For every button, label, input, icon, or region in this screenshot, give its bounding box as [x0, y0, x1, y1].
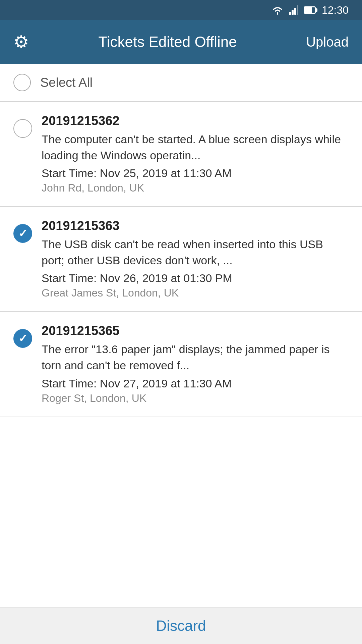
- ticket-id-3: 20191215365: [42, 324, 349, 338]
- select-all-row[interactable]: Select All: [0, 64, 362, 102]
- ticket-start-time-2: Start Time: Nov 26, 2019 at 01:30 PM: [42, 272, 349, 285]
- list-item[interactable]: 20191215363 The USB disk can't be read w…: [0, 207, 362, 312]
- ticket-checkbox-1[interactable]: [13, 119, 32, 138]
- status-time: 12:30: [322, 4, 349, 16]
- status-bar: 12:30: [0, 0, 362, 20]
- app-header: ⚙ Tickets Edited Offline Upload: [0, 20, 362, 64]
- signal-icon: [289, 5, 298, 15]
- svg-rect-1: [292, 10, 294, 15]
- ticket-start-time-1: Start Time: Nov 25, 2019 at 11:30 AM: [42, 167, 349, 180]
- upload-button[interactable]: Upload: [306, 35, 349, 50]
- ticket-id-2: 20191215363: [42, 219, 349, 233]
- ticket-description-1: The computer can't be started. A blue sc…: [42, 131, 349, 163]
- ticket-description-2: The USB disk can't be read when inserted…: [42, 236, 349, 268]
- status-icons: [272, 5, 316, 15]
- ticket-location-1: John Rd, London, UK: [42, 182, 349, 194]
- svg-rect-3: [297, 5, 298, 15]
- ticket-list: 20191215362 The computer can't be starte…: [0, 102, 362, 607]
- ticket-info-3: 20191215365 The error "13.6 paper jam" d…: [42, 324, 349, 404]
- ticket-id-1: 20191215362: [42, 114, 349, 128]
- bottom-bar: Discard: [0, 607, 362, 644]
- select-all-checkbox[interactable]: [13, 74, 31, 91]
- svg-rect-0: [289, 12, 291, 15]
- ticket-location-2: Great James St, London, UK: [42, 287, 349, 299]
- discard-button[interactable]: Discard: [156, 618, 206, 634]
- ticket-info-1: 20191215362 The computer can't be starte…: [42, 114, 349, 194]
- svg-rect-2: [294, 8, 296, 15]
- page-title: Tickets Edited Offline: [39, 34, 296, 50]
- list-item[interactable]: 20191215362 The computer can't be starte…: [0, 102, 362, 207]
- gear-icon[interactable]: ⚙: [13, 32, 29, 52]
- select-all-label: Select All: [40, 75, 93, 90]
- ticket-start-time-3: Start Time: Nov 27, 2019 at 11:30 AM: [42, 377, 349, 390]
- main-content: Select All 20191215362 The computer can'…: [0, 64, 362, 607]
- ticket-info-2: 20191215363 The USB disk can't be read w…: [42, 219, 349, 299]
- ticket-checkbox-2[interactable]: [13, 224, 32, 243]
- battery-icon: [304, 6, 316, 14]
- ticket-location-3: Roger St, London, UK: [42, 392, 349, 405]
- ticket-description-3: The error "13.6 paper jam" displays; the…: [42, 341, 349, 373]
- ticket-checkbox-3[interactable]: [13, 329, 32, 348]
- list-item[interactable]: 20191215365 The error "13.6 paper jam" d…: [0, 312, 362, 417]
- wifi-icon: [272, 5, 284, 15]
